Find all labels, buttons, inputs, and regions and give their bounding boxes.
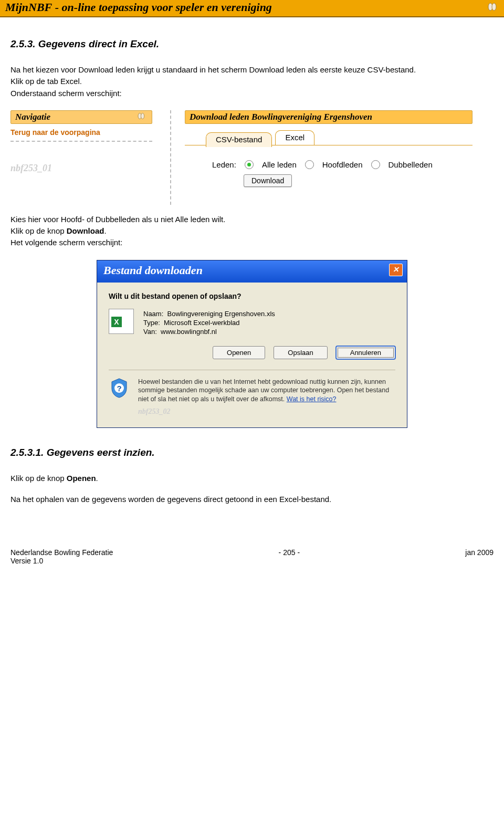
download-header: Download leden Bowlingvereniging Ergensh… [185,110,472,124]
section-heading: 2.5.3.1. Gegevens eerst inzien. [10,447,494,458]
download-dialog: Bestand downloaden ✕ Wilt u dit bestand … [97,260,407,429]
page-footer: Nederlandse Bowling Federatie - 205 - ja… [0,548,504,557]
radio-alle-leden[interactable] [245,160,254,169]
text-bold: Openen [67,474,96,483]
warning-text: Hoewel bestanden die u van het Internet … [138,378,395,417]
section-heading: 2.5.3. Gegevens direct in Excel. [10,38,494,50]
save-button[interactable]: Opslaan [274,346,327,359]
radio-label: Alle leden [262,160,297,169]
leden-label: Leden: [212,160,236,169]
radio-label: Hoofdleden [322,160,363,169]
text: . [104,226,106,235]
download-button[interactable]: Download [244,174,292,187]
tab-csv[interactable]: CSV-bestand [206,132,272,147]
banner-title-prefix: MijnNBF [5,1,52,14]
paragraph: Na het ophalen van de gegevens worden de… [10,494,494,505]
excel-file-icon: X [109,309,134,334]
svg-text:?: ? [117,384,121,393]
footer-date: jan 2009 [465,548,494,557]
radio-hoofdleden[interactable] [305,160,314,169]
field-label: Van: [143,328,157,336]
close-icon[interactable]: ✕ [389,264,403,276]
tab-excel[interactable]: Excel [275,130,314,145]
svg-point-1 [492,3,496,11]
text-bold: Download [67,226,104,235]
field-value: www.bowlingnbf.nl [161,328,217,336]
cancel-button[interactable]: Annuleren [336,346,395,359]
embedded-screenshot-1: Navigatie Terug naar de voorpagina nbf25… [10,110,472,205]
paragraph: Onderstaand scherm verschijnt: [10,88,494,99]
dialog-question: Wilt u dit bestand openen of opslaan? [109,292,395,300]
nav-header: Navigatie [10,110,152,124]
version-label: Versie 1.0 [0,557,504,565]
paragraph: Klik op de knop Download. [10,226,494,236]
text: Klik op de knop [10,474,67,483]
paragraph: Kies hier voor Hoofd- of Dubbelleden als… [10,214,494,225]
svg-point-3 [141,113,144,119]
text: Klik op de knop [10,226,67,235]
field-value: Microsoft Excel-werkblad [164,319,240,327]
nav-back-link[interactable]: Terug naar de voorpagina [10,128,152,137]
field-label: Type: [143,319,160,327]
pins-icon [486,2,500,13]
shield-icon: ? [109,378,130,399]
dialog-title: Bestand downloaden [103,264,203,277]
radio-dubbelleden[interactable] [371,160,380,169]
radio-label: Dubbelleden [388,160,433,169]
page-number: - 205 - [113,548,465,557]
pins-icon [136,112,148,122]
paragraph: Het volgende scherm verschijnt: [10,237,494,248]
text: Hoewel bestanden die u van het Internet … [138,378,389,403]
footer-left: Nederlandse Bowling Federatie [10,548,113,557]
screenshot-id: nbf253_02 [138,407,395,417]
paragraph: Klik op de knop Openen. [10,473,494,484]
nav-header-label: Navigatie [15,112,50,122]
screenshot-id: nbf253_01 [10,163,152,174]
field-value: Bowlingvereniging Ergenshoven.xls [167,310,275,318]
text: . [96,474,98,483]
field-label: Naam: [143,310,163,318]
open-button[interactable]: Openen [213,346,265,359]
risk-link[interactable]: Wat is het risico? [287,395,337,403]
banner-title-rest: - on-line toepassing voor speler en vere… [52,1,272,14]
app-banner: MijnNBF - on-line toepassing voor speler… [0,0,504,17]
paragraph: Na het kiezen voor Download leden krijgt… [10,65,494,75]
paragraph: Klik op de tab Excel. [10,76,494,87]
